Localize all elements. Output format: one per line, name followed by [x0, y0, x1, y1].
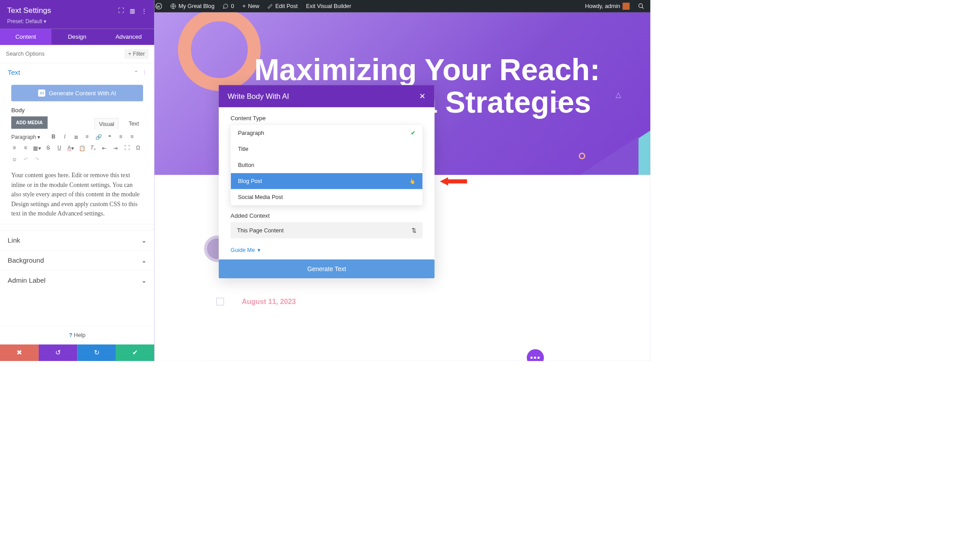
chevron-up-icon: ⌃: [134, 70, 138, 76]
undo-main-button[interactable]: ↺: [39, 345, 78, 361]
content-type-label: Content Type: [231, 115, 423, 122]
option-title[interactable]: Title: [231, 141, 422, 157]
more-icon[interactable]: ⋮: [141, 7, 147, 14]
new-link[interactable]: + New: [241, 3, 261, 10]
save-button[interactable]: ✔: [116, 345, 155, 361]
redo-icon[interactable]: ↷: [34, 156, 41, 163]
search-filter-row: + Filter: [0, 45, 154, 63]
section-background[interactable]: Background ⌄: [0, 250, 154, 270]
link-icon[interactable]: 🔗: [95, 134, 102, 141]
content-type-dropdown: Paragraph ✔ Title Button Blog Post 👆 Soc…: [231, 125, 423, 205]
added-context-select[interactable]: This Page Content ⇅: [231, 222, 423, 238]
avatar-icon: [623, 3, 630, 10]
plus-icon: +: [242, 3, 245, 10]
discard-button[interactable]: ✖: [0, 345, 39, 361]
calendar-icon: [216, 298, 224, 305]
help-icon: ?: [69, 332, 73, 338]
option-social-media[interactable]: Social Media Post: [231, 189, 422, 205]
arrow-line: [448, 179, 467, 183]
check-icon: ✔: [411, 130, 416, 136]
howdy-user-link[interactable]: Howdy, admin: [584, 3, 631, 10]
howdy-text: Howdy, admin: [585, 3, 620, 10]
strike-icon[interactable]: S: [45, 145, 52, 152]
site-name: My Great Blog: [179, 3, 215, 10]
exit-visual-builder-link[interactable]: Exit Visual Builder: [305, 3, 352, 10]
textcolor-icon[interactable]: A▾: [67, 145, 74, 152]
select-chevron-icon: ⇅: [412, 227, 416, 234]
tab-design[interactable]: Design: [51, 28, 102, 45]
editor-text-tab[interactable]: Text: [124, 118, 143, 130]
add-media-button[interactable]: ADD MEDIA: [11, 116, 47, 129]
preset-selector[interactable]: Preset: Default ▾: [7, 18, 147, 24]
bottom-actions: ✖ ↺ ↻ ✔: [0, 345, 154, 361]
added-context-label: Added Context: [231, 212, 423, 219]
admin-bar-right: Howdy, admin: [584, 3, 646, 10]
generate-text-button[interactable]: Generate Text: [219, 260, 434, 278]
emoji-icon[interactable]: ☺: [11, 156, 18, 163]
annotation-arrow: [440, 177, 467, 186]
editor-visual-tab[interactable]: Visual: [94, 118, 118, 130]
chevron-down-icon: ⌄: [141, 236, 147, 244]
option-button[interactable]: Button: [231, 157, 422, 173]
site-name-link[interactable]: My Great Blog: [169, 3, 216, 10]
paste-icon[interactable]: 📋: [79, 145, 86, 152]
section-link[interactable]: Link ⌄: [0, 230, 154, 250]
indent-in-icon[interactable]: ⇥: [112, 145, 119, 152]
editor-toolbar: Paragraph ▾ B I ≣ ≡ 🔗 ❝ ≡ ≡ ≡ ≡ ▦▾ S U A…: [0, 130, 154, 165]
align-center-icon[interactable]: ≡: [129, 134, 135, 141]
align-left-icon[interactable]: ≡: [118, 134, 124, 141]
generate-ai-button[interactable]: AI Generate Content With AI: [11, 85, 143, 101]
italic-icon[interactable]: I: [61, 134, 68, 141]
edit-post-label: Edit Post: [275, 3, 298, 10]
section-admin-label[interactable]: Admin Label ⌄: [0, 270, 154, 290]
comments-count: 0: [231, 3, 234, 10]
edit-post-link[interactable]: Edit Post: [266, 3, 299, 10]
redo-main-button[interactable]: ↻: [77, 345, 116, 361]
omega-icon[interactable]: Ω: [135, 145, 142, 152]
comments-link[interactable]: 0: [221, 3, 235, 10]
ai-icon: AI: [38, 89, 45, 97]
tab-content[interactable]: Content: [0, 28, 51, 45]
settings-tabs: Content Design Advanced: [0, 28, 154, 45]
align-right-icon[interactable]: ≡: [11, 145, 18, 152]
cursor-hand-icon: 👆: [409, 178, 416, 184]
filter-button[interactable]: + Filter: [125, 49, 148, 59]
table-icon[interactable]: ▦▾: [34, 145, 41, 152]
ai-modal-header: Write Body With AI ✕: [219, 85, 434, 107]
layout-icon[interactable]: ▥: [130, 7, 135, 14]
option-blog-post[interactable]: Blog Post 👆: [231, 173, 422, 189]
format-select[interactable]: Paragraph ▾: [11, 134, 45, 141]
search-input[interactable]: [6, 51, 124, 57]
option-paragraph[interactable]: Paragraph ✔: [231, 125, 422, 141]
ai-modal-title: Write Body With AI: [228, 92, 289, 100]
sidebar-title: Text Settings: [7, 6, 51, 15]
body-label: Body: [0, 107, 154, 117]
close-icon[interactable]: ✕: [419, 92, 426, 101]
tab-advanced[interactable]: Advanced: [103, 28, 154, 45]
section-head-text[interactable]: Text ⌃ ⋮: [0, 63, 154, 82]
ai-modal: Write Body With AI ✕ Content Type Paragr…: [219, 85, 434, 278]
bold-icon[interactable]: B: [50, 134, 57, 141]
underline-icon[interactable]: U: [56, 145, 63, 152]
align-justify-icon[interactable]: ≡: [22, 145, 29, 152]
quote-icon[interactable]: ❝: [106, 134, 113, 141]
caret-down-icon: ▾: [257, 247, 261, 253]
arrow-head-icon: [440, 177, 448, 186]
ul-icon[interactable]: ≣: [73, 134, 79, 141]
editor-content[interactable]: Your content goes here. Edit or remove t…: [0, 165, 154, 224]
new-label: New: [248, 3, 259, 10]
section-more-icon[interactable]: ⋮: [142, 70, 147, 76]
search-admin-icon[interactable]: [637, 3, 645, 10]
post-meta: August 11, 2023: [228, 286, 296, 306]
clear-icon[interactable]: Tₓ: [90, 145, 97, 152]
help-link[interactable]: ? Help: [0, 326, 154, 345]
fullscreen-icon[interactable]: ⛶: [123, 145, 130, 152]
indent-out-icon[interactable]: ⇤: [101, 145, 108, 152]
wp-logo-icon[interactable]: [154, 3, 163, 10]
guide-me-link[interactable]: Guide Me ▾: [231, 247, 261, 253]
ol-icon[interactable]: ≡: [84, 134, 91, 141]
focus-icon[interactable]: ⛶: [118, 7, 124, 14]
undo-icon[interactable]: ↶: [22, 156, 29, 163]
chevron-down-icon: ⌄: [141, 256, 147, 264]
decorative-ring: [178, 12, 261, 91]
